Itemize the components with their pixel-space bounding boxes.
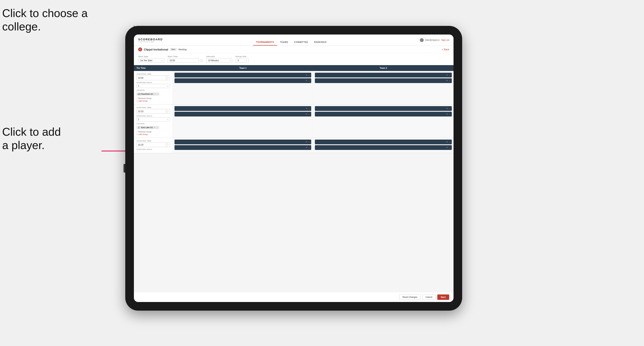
tournament-title: C Clippd Invitational Men Hosting — [138, 47, 186, 51]
player-x[interactable]: ✕ — [446, 147, 448, 149]
starting-hole-select-2[interactable]: 1 ⌄ — [136, 117, 170, 121]
player-row[interactable]: ✕ ⌄ — [174, 140, 311, 144]
player-x[interactable]: ✕ — [446, 107, 448, 110]
player-row[interactable]: ✕ ⌄ — [174, 78, 311, 83]
tee-block-1: STARTING TIME: 10:00 i STARTING HOLE: 1 … — [134, 71, 454, 104]
course-tag-2: 🏌 East Lake GC ✕ ⌄ — [136, 126, 159, 129]
player-chevron: ⌄ — [308, 80, 310, 82]
starting-time-input-2[interactable]: 10:10 i — [136, 109, 170, 114]
starting-hole-select-1[interactable]: 1 ⌄ — [136, 84, 170, 88]
course-label-1: COURSE: — [136, 89, 170, 91]
start-time-info-icon: i — [200, 59, 203, 62]
starting-time-input-3[interactable]: 10:20 i — [136, 142, 170, 147]
player-chevron: ⌄ — [449, 74, 450, 76]
course-chevron-2[interactable]: ⌄ — [156, 127, 158, 129]
team2-players-3: ✕ ⌄ ✕ ⌄ — [313, 138, 454, 153]
nav-tournaments[interactable]: TOURNAMENTS — [253, 39, 277, 45]
tee-left-1: STARTING TIME: 10:00 i STARTING HOLE: 1 … — [134, 71, 173, 104]
player-row[interactable]: ✕ ⌄ — [174, 145, 311, 150]
save-button[interactable]: Save — [437, 294, 449, 300]
start-time-input[interactable] — [168, 58, 199, 63]
tee-block-3: STARTING TIME: 10:20 i STARTING HOLE: ✕ … — [134, 138, 454, 153]
player-row[interactable]: ✕ ⌄ — [315, 145, 452, 150]
player-chevron: ⌄ — [449, 141, 450, 143]
remove-group-1[interactable]: ○ Remove Group — [136, 97, 170, 99]
th-team2: Team 2 — [313, 65, 454, 71]
gender-badge: Men — [170, 48, 177, 51]
start-time-input-wrap: i — [168, 58, 203, 63]
logo: SCOREBOARD Powered by clippd — [138, 38, 163, 42]
start-type-select[interactable]: 1st Tee Start — [138, 58, 164, 63]
nav-teams[interactable]: TEAMS — [277, 39, 291, 45]
controls-row: Start Type 1st Tee Start Start Time i In… — [134, 53, 454, 65]
sign-out-link[interactable]: Sign out — [441, 39, 449, 41]
nav-committee[interactable]: COMMITTEE — [291, 39, 311, 45]
starting-time-label-3: STARTING TIME: — [136, 140, 170, 142]
add-group-1[interactable]: + Add Group — [136, 100, 170, 102]
tee-left-3: STARTING TIME: 10:20 i STARTING HOLE: — [134, 138, 173, 153]
team2-players-2: ✕ ⌄ ✕ ⌄ — [313, 104, 454, 138]
player-row[interactable]: ✕ ⌄ — [315, 106, 452, 111]
player-x[interactable]: ✕ — [446, 74, 448, 76]
player-row[interactable]: ✕ ⌄ — [315, 78, 452, 83]
player-x[interactable]: ✕ — [446, 141, 448, 143]
course-remove-x-1[interactable]: ✕ — [154, 93, 156, 95]
tablet-device: SCOREBOARD Powered by clippd TOURNAMENTS… — [125, 26, 462, 311]
course-remove-x-2[interactable]: ✕ — [154, 127, 156, 129]
player-chevron: ⌄ — [308, 74, 310, 76]
logo-sub: Powered by clippd — [138, 41, 163, 42]
team2-players-1: ✕ ⌄ ✕ ⌄ — [313, 71, 454, 104]
player-row[interactable]: ✕ ⌄ — [174, 73, 311, 77]
player-x[interactable]: ✕ — [446, 80, 448, 82]
player-row[interactable]: ✕ ⌄ — [315, 73, 452, 77]
footer: Reset Changes Cancel Save — [134, 292, 454, 302]
header-right: blair@clippd.io Sign out — [420, 38, 449, 42]
course-name-1: (A) Peachtree GC — [138, 93, 153, 95]
start-type-group: Start Type 1st Tee Start — [138, 55, 164, 63]
main-nav: TOURNAMENTS TEAMS COMMITTEE RANKINGS — [253, 34, 330, 45]
player-x[interactable]: ✕ — [446, 113, 448, 115]
player-x[interactable]: ✕ — [306, 141, 307, 143]
starting-time-label-1: STARTING TIME: — [136, 73, 170, 75]
back-button[interactable]: < Back — [442, 48, 449, 51]
player-x[interactable]: ✕ — [306, 113, 307, 115]
nav-rankings[interactable]: RANKINGS — [311, 39, 330, 45]
th-team1: Team 1 — [173, 65, 313, 71]
player-row[interactable]: ✕ ⌄ — [174, 106, 311, 111]
group-size-select[interactable]: 3 — [236, 58, 248, 63]
group-size-select-wrapper: 3 — [236, 58, 248, 63]
starting-time-input-1[interactable]: 10:00 i — [136, 75, 170, 80]
player-x[interactable]: ✕ — [306, 107, 307, 110]
cancel-button[interactable]: Cancel — [422, 294, 436, 300]
time-info-icon-1: i — [166, 76, 168, 79]
add-group-2[interactable]: + Add Group — [136, 133, 170, 136]
player-row[interactable]: ✕ ⌄ — [315, 112, 452, 117]
remove-group-2[interactable]: ○ Remove Group — [136, 131, 170, 133]
player-chevron: ⌄ — [449, 107, 450, 110]
tee-block-2: STARTING TIME: 10:10 i STARTING HOLE: 1 … — [134, 104, 454, 138]
tablet-side-button — [124, 164, 125, 173]
th-tee-time: Tee Time — [134, 65, 173, 71]
intervals-select[interactable]: 10 Minutes — [206, 58, 232, 63]
start-time-label: Start Time — [168, 55, 203, 58]
player-chevron: ⌄ — [449, 113, 450, 115]
user-avatar — [420, 38, 424, 42]
player-chevron: ⌄ — [308, 113, 310, 115]
player-x[interactable]: ✕ — [306, 74, 307, 76]
group-size-label: Group Size — [236, 55, 248, 58]
reset-changes-button[interactable]: Reset Changes — [399, 294, 421, 300]
player-row[interactable]: ✕ ⌄ — [315, 140, 452, 144]
group-size-group: Group Size 3 — [236, 55, 248, 63]
course-chevron-1[interactable]: ⌄ — [156, 93, 158, 95]
tablet-screen: SCOREBOARD Powered by clippd TOURNAMENTS… — [134, 34, 454, 302]
hosting-tag: Hosting — [178, 48, 186, 51]
tee-left-2: STARTING TIME: 10:10 i STARTING HOLE: 1 … — [134, 104, 173, 138]
player-row[interactable]: ✕ ⌄ — [174, 112, 311, 117]
course-icon-2: 🏌 — [138, 126, 140, 129]
course-tag-1: (A) Peachtree GC ✕ ⌄ — [136, 93, 160, 96]
player-x[interactable]: ✕ — [306, 80, 307, 82]
player-x[interactable]: ✕ — [306, 147, 307, 149]
team1-players-1: ✕ ⌄ ✕ ⌄ — [173, 71, 313, 104]
annotation-add-player: Click to add a player. — [2, 125, 61, 152]
player-chevron: ⌄ — [449, 147, 450, 149]
